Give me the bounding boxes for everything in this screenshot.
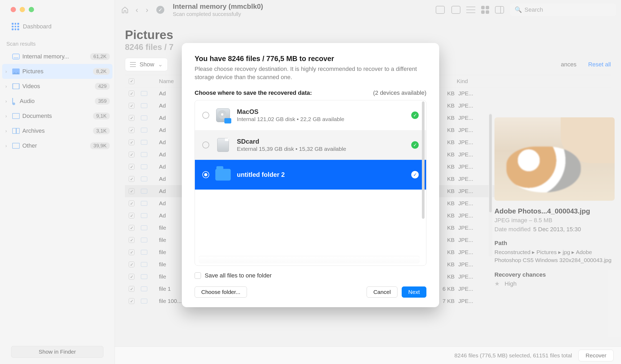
device-option-sdcard[interactable]: SDcard External 15,39 GB disk • 15,32 GB… xyxy=(195,130,426,160)
device-name: MacOS xyxy=(237,108,405,115)
modal-description: Please choose recovery destination. It i… xyxy=(195,65,423,82)
device-name: untitled folder 2 xyxy=(237,171,405,178)
device-option-macos[interactable]: MacOS Internal 121,02 GB disk • 22,2 GB … xyxy=(195,100,426,130)
check-ok-icon: ✓ xyxy=(411,141,419,149)
modal-devices-count: (2 devices available) xyxy=(373,89,426,96)
device-sub: External 15,39 GB disk • 15,32 GB availa… xyxy=(237,146,405,152)
device-list: MacOS Internal 121,02 GB disk • 22,2 GB … xyxy=(195,100,426,266)
device-list-fade xyxy=(199,256,420,263)
device-name: SDcard xyxy=(237,138,405,145)
recovery-destination-modal: You have 8246 files / 776,5 MB to recove… xyxy=(182,43,439,307)
modal-backdrop: You have 8246 files / 776,5 MB to recove… xyxy=(0,0,621,364)
save-one-folder-checkbox[interactable] xyxy=(195,272,201,279)
save-one-folder-label: Save all files to one folder xyxy=(205,272,272,279)
next-button[interactable]: Next xyxy=(402,286,426,298)
radio-icon[interactable] xyxy=(202,112,209,119)
radio-icon[interactable] xyxy=(202,171,209,178)
radio-icon[interactable] xyxy=(202,142,209,148)
sdcard-icon xyxy=(217,138,229,152)
hdd-icon xyxy=(216,108,230,122)
check-ok-icon: ✓ xyxy=(411,171,419,178)
modal-title: You have 8246 files / 776,5 MB to recove… xyxy=(195,55,426,63)
check-ok-icon: ✓ xyxy=(411,112,419,119)
scroll-thumb[interactable] xyxy=(422,101,425,219)
cancel-button[interactable]: Cancel xyxy=(367,286,397,298)
device-sub: Internal 121,02 GB disk • 22,2 GB availa… xyxy=(237,116,405,122)
device-option-folder[interactable]: untitled folder 2 ✓ xyxy=(195,160,426,190)
folder-icon xyxy=(215,169,231,181)
device-list-scrollbar[interactable] xyxy=(421,101,425,264)
modal-choose-label: Choose where to save the recovered data: xyxy=(195,89,312,96)
choose-folder-button[interactable]: Choose folder... xyxy=(195,286,247,298)
